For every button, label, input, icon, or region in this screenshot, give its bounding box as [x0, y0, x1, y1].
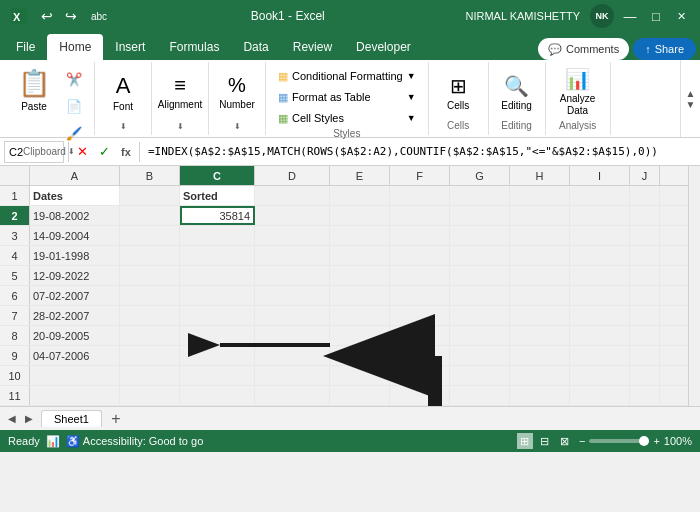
cell-9B[interactable]: [120, 346, 180, 365]
page-break-button[interactable]: ⊠: [557, 433, 573, 449]
cell-6B[interactable]: [120, 286, 180, 305]
cell-11F[interactable]: [390, 386, 450, 405]
cell-5I[interactable]: [570, 266, 630, 285]
cell-4E[interactable]: [330, 246, 390, 265]
cell-2G[interactable]: [450, 206, 510, 225]
cell-1D[interactable]: [255, 186, 330, 205]
cell-11H[interactable]: [510, 386, 570, 405]
formula-input[interactable]: =INDEX($A$2:$A$15,MATCH(ROWS($A$2:A2),CO…: [144, 143, 696, 160]
cell-2J[interactable]: [630, 206, 660, 225]
cell-1I[interactable]: [570, 186, 630, 205]
cell-8A[interactable]: 20-09-2005: [30, 326, 120, 345]
cut-button[interactable]: ✂️: [60, 66, 88, 92]
cell-4G[interactable]: [450, 246, 510, 265]
cell-7C[interactable]: [180, 306, 255, 325]
cell-10E[interactable]: [330, 366, 390, 385]
format-painter-button[interactable]: 🖌️: [60, 120, 88, 146]
cell-10H[interactable]: [510, 366, 570, 385]
zoom-out-button[interactable]: −: [579, 435, 585, 447]
cell-8F[interactable]: [390, 326, 450, 345]
comments-button[interactable]: 💬 Comments: [538, 38, 629, 60]
cell-9E[interactable]: [330, 346, 390, 365]
sheet-prev-arrow[interactable]: ◀: [4, 411, 20, 427]
col-header-d[interactable]: D: [255, 166, 330, 185]
cell-7H[interactable]: [510, 306, 570, 325]
cell-6H[interactable]: [510, 286, 570, 305]
cell-7G[interactable]: [450, 306, 510, 325]
sheet-next-arrow[interactable]: ▶: [21, 411, 37, 427]
cell-5H[interactable]: [510, 266, 570, 285]
cell-2I[interactable]: [570, 206, 630, 225]
row-number[interactable]: 11: [0, 386, 30, 405]
format-table-dropdown-icon[interactable]: ▼: [407, 92, 416, 102]
tab-file[interactable]: File: [4, 34, 47, 60]
cell-5D[interactable]: [255, 266, 330, 285]
cell-4B[interactable]: [120, 246, 180, 265]
cell-9D[interactable]: [255, 346, 330, 365]
cell-8B[interactable]: [120, 326, 180, 345]
clipboard-expand-icon[interactable]: ⬇: [68, 147, 75, 156]
alignment-expand-icon[interactable]: ⬇: [177, 122, 184, 131]
cell-5B[interactable]: [120, 266, 180, 285]
row-number[interactable]: 10: [0, 366, 30, 385]
cell-6G[interactable]: [450, 286, 510, 305]
zoom-slider[interactable]: [589, 439, 649, 443]
cell-10G[interactable]: [450, 366, 510, 385]
cell-2E[interactable]: [330, 206, 390, 225]
cell-4I[interactable]: [570, 246, 630, 265]
cell-10B[interactable]: [120, 366, 180, 385]
vertical-scrollbar[interactable]: [688, 166, 700, 406]
tab-home[interactable]: Home: [47, 34, 103, 60]
confirm-formula-icon[interactable]: ✓: [95, 143, 113, 161]
cell-11I[interactable]: [570, 386, 630, 405]
minimize-button[interactable]: —: [620, 6, 640, 26]
ribbon-scroll-button[interactable]: ▲▼: [680, 60, 700, 137]
cell-3J[interactable]: [630, 226, 660, 245]
cell-5F[interactable]: [390, 266, 450, 285]
zoom-in-button[interactable]: +: [653, 435, 659, 447]
cell-2D[interactable]: [255, 206, 330, 225]
insert-function-icon[interactable]: fx: [117, 143, 135, 161]
cell-6F[interactable]: [390, 286, 450, 305]
normal-view-button[interactable]: ⊞: [517, 433, 533, 449]
cell-10F[interactable]: [390, 366, 450, 385]
col-header-f[interactable]: F: [390, 166, 450, 185]
cell-9C[interactable]: [180, 346, 255, 365]
cell-styles-button[interactable]: ▦ Cell Styles ▼: [272, 108, 422, 128]
cell-6D[interactable]: [255, 286, 330, 305]
row-number[interactable]: 5: [0, 266, 30, 285]
cell-7I[interactable]: [570, 306, 630, 325]
cell-2B[interactable]: [120, 206, 180, 225]
cell-8I[interactable]: [570, 326, 630, 345]
cell-10C[interactable]: [180, 366, 255, 385]
tab-review[interactable]: Review: [281, 34, 344, 60]
row-number[interactable]: 2: [0, 206, 30, 225]
paste-button[interactable]: 📋 Paste: [10, 66, 58, 118]
col-header-c[interactable]: C: [180, 166, 255, 185]
col-header-i[interactable]: I: [570, 166, 630, 185]
cell-9H[interactable]: [510, 346, 570, 365]
cell-11B[interactable]: [120, 386, 180, 405]
cell-1J[interactable]: [630, 186, 660, 205]
cell-11E[interactable]: [330, 386, 390, 405]
conditional-formatting-button[interactable]: ▦ Conditional Formatting ▼: [272, 66, 422, 86]
cell-9J[interactable]: [630, 346, 660, 365]
cell-9I[interactable]: [570, 346, 630, 365]
row-number[interactable]: 7: [0, 306, 30, 325]
cell-4H[interactable]: [510, 246, 570, 265]
cell-3I[interactable]: [570, 226, 630, 245]
add-sheet-button[interactable]: +: [106, 409, 126, 429]
cell-1F[interactable]: [390, 186, 450, 205]
sheet-tab-sheet1[interactable]: Sheet1: [41, 410, 102, 427]
row-number[interactable]: 1: [0, 186, 30, 205]
page-layout-button[interactable]: ⊟: [537, 433, 553, 449]
cell-7A[interactable]: 28-02-2007: [30, 306, 120, 325]
cell-6I[interactable]: [570, 286, 630, 305]
cell-11D[interactable]: [255, 386, 330, 405]
cell-6A[interactable]: 07-02-2007: [30, 286, 120, 305]
cell-8J[interactable]: [630, 326, 660, 345]
cell-1C[interactable]: Sorted: [180, 186, 255, 205]
font-button[interactable]: A Font: [101, 66, 145, 118]
share-button[interactable]: ↑ Share: [633, 38, 696, 60]
cell-7D[interactable]: [255, 306, 330, 325]
